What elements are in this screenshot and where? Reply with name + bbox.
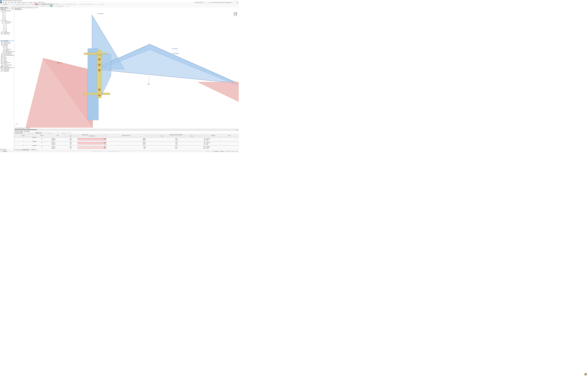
edit2-icon[interactable]: ⎘ (40, 5, 42, 7)
dim3-icon[interactable]: ⤢ (98, 3, 99, 5)
results-table[interactable]: Joint No. Node No. Status Stiffness Anal… (14, 134, 239, 149)
tree-g-rs[interactable]: ▸◻Result Sections (0, 69, 14, 71)
tree-support-reactions[interactable]: ▸▲Support Reactions (0, 32, 14, 33)
table-row[interactable]: 22Member 2SMy+409.012500.0924.018.5Semi-… (14, 138, 239, 140)
nav-cam-icon[interactable]: 📷 (4, 149, 5, 150)
saveall-icon[interactable]: 💾 (5, 3, 7, 5)
sb-v3-icon[interactable]: ▤ (228, 151, 230, 152)
menu-tools[interactable]: Tools (26, 2, 29, 3)
del-icon[interactable]: ⊗ (68, 5, 69, 7)
tree-uy[interactable]: ◻uY (0, 14, 14, 15)
paste-icon[interactable]: 📄 (14, 3, 16, 5)
tree-def-lines[interactable]: ◻Lines (0, 46, 14, 47)
col-node[interactable]: Node No. (32, 134, 51, 137)
sb-snap-icon[interactable]: ⊡ (208, 151, 209, 152)
pager-tab-stiff[interactable]: Stiffness Analysis (22, 149, 30, 151)
view4-icon[interactable]: ▣ (21, 3, 23, 5)
col-len[interactable]: Member Length L [mm] (106, 134, 146, 137)
nav-category-combo[interactable]: Static Analysis (0, 9, 14, 10)
table-group-row[interactable]: 4Nodes: 30 (14, 145, 239, 146)
sb-1-icon[interactable]: ⊞ (93, 151, 94, 152)
tree-title-info[interactable]: ◻Title Information (0, 41, 14, 43)
results-prev2-icon[interactable]: ◀ (50, 132, 51, 134)
col-notes[interactable]: Notes (220, 134, 239, 137)
color-icon[interactable] (50, 5, 52, 7)
status-view-icon[interactable]: ◫ (0, 151, 2, 152)
results-close-icon[interactable]: ✕ (237, 129, 238, 130)
vis2-icon[interactable]: ◐ (49, 5, 50, 7)
sb-2-icon[interactable]: ∟ (95, 151, 96, 152)
nav-eye-icon[interactable]: 👁 (2, 149, 3, 150)
hinge2-icon[interactable]: ⊚ (14, 5, 16, 7)
snap4-icon[interactable]: ⊠ (92, 3, 94, 5)
support3-icon[interactable]: ◬ (11, 5, 12, 7)
load3-icon[interactable]: ⤋ (23, 5, 24, 7)
results-design-combo[interactable]: Steel Joint Design (16, 132, 30, 134)
menu-options[interactable]: Options (29, 2, 33, 3)
viewport-canvas[interactable]: -271.65 kNm 282.05 kNm -111.64 kNm -107.… (14, 11, 239, 127)
ds-combo[interactable]: DS1 (37, 3, 41, 5)
grid3-icon[interactable]: ⊟ (56, 5, 58, 7)
dim2-icon[interactable]: ↕ (96, 3, 98, 5)
results-type-combo[interactable]: Stiffness Analysis (35, 132, 49, 134)
tree-g-sr[interactable]: ▸◻Support Reactions (0, 68, 14, 69)
tree-g-members[interactable]: ▸◻Members (0, 57, 14, 58)
sb-10-icon[interactable]: A (108, 151, 110, 152)
tree-results-on-members[interactable]: ◻Results on Members (0, 64, 14, 66)
tree-g-linewelds[interactable]: ▸◻Line Welds (0, 61, 14, 62)
sb-8-icon[interactable]: ⊹ (105, 151, 106, 152)
loadcase-combo[interactable]: ULS (STR/GEO) - Permanent and... (41, 3, 56, 5)
dim4-icon[interactable]: ∠ (99, 3, 101, 5)
sb-3-icon[interactable]: ⊡ (97, 151, 98, 152)
sb-16-icon[interactable]: ≡ (119, 151, 120, 152)
col-stiff[interactable]: Stiffness Analysis (64, 134, 106, 135)
table-row[interactable]: Member 2SMy-+∞12500.0924.018.5Rigid (14, 140, 239, 141)
col-status[interactable]: Status (51, 134, 64, 137)
keyword-search-input[interactable] (195, 2, 209, 3)
solid-icon[interactable]: ▣ (73, 3, 75, 5)
edit4-icon[interactable]: ⟷ (43, 5, 45, 7)
doc-close-button[interactable]: ✕ (238, 2, 239, 3)
tree-result-values[interactable]: ▾⬚Result Values (0, 40, 14, 41)
tree-uz[interactable]: ◻uZ (0, 15, 14, 16)
app-menu-icon[interactable] (0, 2, 1, 3)
tree-vz[interactable]: ⟋Vz (0, 26, 14, 27)
edit1-icon[interactable]: ✂ (38, 5, 40, 7)
tree-def-extremes[interactable]: ◻Extremes (0, 50, 14, 51)
status-plane[interactable]: Plane: YZ (220, 151, 225, 152)
results-help-icon[interactable]: ❔ (72, 132, 74, 134)
tree-phiy[interactable]: ◻φY (0, 18, 14, 19)
tree-members[interactable]: ▾⟋Members (0, 20, 14, 21)
tree-g-vos[interactable]: ▸◻Values on Surfaces (0, 62, 14, 63)
sb-ortho-icon[interactable]: ∟ (209, 151, 211, 152)
check-icon[interactable]: ✓ (27, 3, 28, 5)
run-icon[interactable]: ▶ (28, 3, 30, 5)
save-icon[interactable]: 💾 (3, 3, 5, 5)
surface-icon[interactable]: ▱ (5, 5, 7, 7)
sb-4-icon[interactable]: ⟂ (98, 151, 100, 152)
results-menu-settings[interactable]: Settings (26, 131, 29, 132)
tree-internal-forces[interactable]: ▾⟋Internal Forces (0, 22, 14, 24)
pager-first-icon[interactable]: ⏮ (15, 149, 15, 150)
results-menu-goto[interactable]: Go To (15, 131, 17, 132)
tree-def-section[interactable]: ◻Section (0, 47, 14, 49)
sb-grid-icon[interactable]: ⊞ (206, 151, 208, 152)
viewport[interactable]: DS1 - ULS (STR/GEO) - Permanent and tran… (14, 7, 239, 129)
tree-phix[interactable]: ◻φX (0, 16, 14, 18)
line-icon[interactable]: ╱ (2, 5, 3, 7)
node-icon[interactable]: • (0, 5, 2, 7)
nav-res-icon[interactable]: ◧ (5, 149, 7, 150)
col-type[interactable]: Type (64, 135, 77, 137)
nav-data-icon[interactable]: 🗐 (0, 149, 1, 150)
support1-icon[interactable]: ▲ (7, 5, 9, 7)
grid5-icon[interactable]: ▨ (59, 5, 61, 7)
snap1-icon[interactable]: ⊞ (88, 3, 89, 5)
sb-v4-icon[interactable]: ▥ (230, 151, 231, 152)
grid1-icon[interactable]: ⊞ (53, 5, 54, 7)
maximize-button[interactable]: ☐ (233, 0, 235, 2)
results-pin-icon[interactable]: 📌 (57, 132, 58, 134)
results-menu-selection[interactable]: Selection (20, 131, 23, 132)
print-icon[interactable]: 🖨 (7, 3, 8, 5)
grid4-icon[interactable]: ▦ (58, 5, 59, 7)
hinge1-icon[interactable]: ⊙ (13, 5, 14, 7)
